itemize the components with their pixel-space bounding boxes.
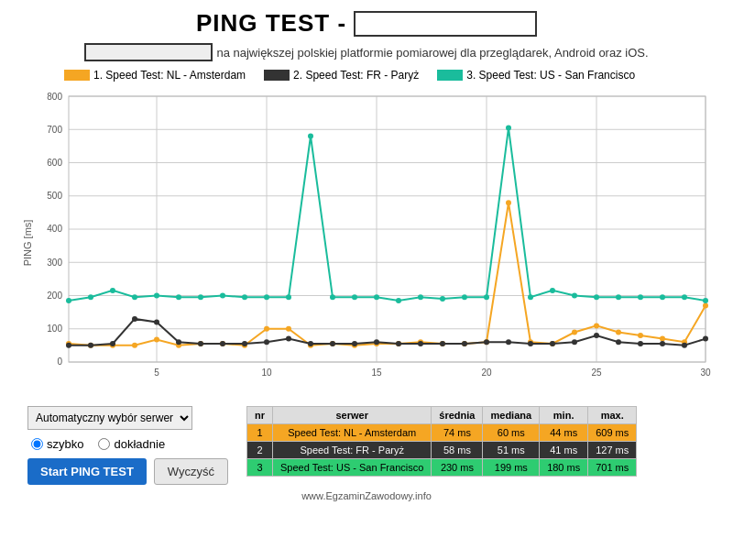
dot-nl xyxy=(132,343,137,348)
svg-text:800: 800 xyxy=(47,92,62,102)
legend-item-us: 3. Speed Test: US - San Francisco xyxy=(437,69,635,82)
dot-nl xyxy=(154,337,159,343)
legend-label-nl: 1. Speed Test: NL - Amsterdam xyxy=(93,69,246,82)
dot-us xyxy=(198,294,203,300)
dot-nl xyxy=(286,326,291,332)
dot-us xyxy=(528,294,533,300)
chart-container: 1. Speed Test: NL - Amsterdam 2. Speed T… xyxy=(18,69,715,399)
dot-fr xyxy=(198,341,203,346)
table-row-fr: 2 Speed Test: FR - Paryż 58 ms 51 ms 41 … xyxy=(247,442,637,459)
svg-text:PING [ms]: PING [ms] xyxy=(22,220,33,267)
series-us-line xyxy=(69,128,706,301)
svg-text:5: 5 xyxy=(154,368,159,378)
legend-color-fr xyxy=(264,70,290,81)
dot-us xyxy=(550,288,555,293)
dot-nl xyxy=(703,303,708,309)
dot-fr xyxy=(308,341,313,346)
svg-text:500: 500 xyxy=(47,191,62,201)
table-row-us: 3 Speed Test: US - San Francisco 230 ms … xyxy=(247,459,637,477)
dot-us xyxy=(594,294,599,300)
radio-szybko-label[interactable]: szybko xyxy=(31,437,83,451)
radio-dokladnie[interactable] xyxy=(98,438,110,450)
dot-fr xyxy=(440,341,445,346)
dot-fr xyxy=(572,339,577,345)
subtitle-text: na największej polskiej platformie pomia… xyxy=(216,46,648,60)
dot-fr xyxy=(703,336,708,342)
results-table: nr serwer średnia mediana min. max. 1 Sp… xyxy=(246,406,637,477)
dot-us xyxy=(330,294,335,300)
svg-text:10: 10 xyxy=(261,368,272,378)
cell-mediana-3: 199 ms xyxy=(483,459,540,477)
cell-serwer-2: Speed Test: FR - Paryż xyxy=(273,442,432,459)
legend-color-us xyxy=(437,70,463,81)
col-mediana: mediana xyxy=(483,407,540,424)
cell-nr-3: 3 xyxy=(247,459,273,477)
svg-text:15: 15 xyxy=(371,368,382,378)
svg-text:0: 0 xyxy=(57,357,62,367)
dot-us xyxy=(286,294,291,300)
cell-max-3: 701 ms xyxy=(588,459,637,477)
svg-text:200: 200 xyxy=(47,291,62,301)
server-select[interactable]: Automatyczny wybór serwera xyxy=(27,406,192,430)
col-max: max. xyxy=(588,407,637,424)
dot-us xyxy=(308,134,313,139)
dot-fr xyxy=(242,341,247,346)
dot-us xyxy=(440,296,445,302)
dot-fr xyxy=(352,341,357,346)
dot-us xyxy=(66,298,71,303)
chart-legend: 1. Speed Test: NL - Amsterdam 2. Speed T… xyxy=(18,69,715,82)
svg-text:700: 700 xyxy=(47,125,62,135)
dot-us xyxy=(110,288,115,293)
dot-fr xyxy=(330,341,335,346)
dot-us xyxy=(374,294,379,300)
radio-dokladnie-text: dokładnie xyxy=(114,437,165,451)
subtitle-row: na największej polskiej platformie pomia… xyxy=(18,43,715,61)
col-nr: nr xyxy=(247,407,273,424)
dot-us xyxy=(132,294,137,300)
page-wrapper: PING TEST - na największej polskiej plat… xyxy=(0,0,733,511)
col-srednia: średnia xyxy=(432,407,483,424)
chart-area: PING [ms] 0 100 200 300 400 500 600 xyxy=(18,87,715,399)
clear-button[interactable]: Wyczyść xyxy=(154,458,228,485)
dot-fr xyxy=(110,341,115,346)
page-title: PING TEST - xyxy=(196,9,346,38)
radio-dokladnie-label[interactable]: dokładnie xyxy=(98,437,165,451)
dot-fr xyxy=(286,336,291,342)
svg-text:100: 100 xyxy=(47,324,62,334)
cell-max-2: 127 ms xyxy=(588,442,637,459)
dot-us xyxy=(418,294,423,300)
cell-serwer-1: Speed Test: NL - Amsterdam xyxy=(273,424,432,442)
cell-mediana-1: 60 ms xyxy=(483,424,540,442)
legend-label-us: 3. Speed Test: US - San Francisco xyxy=(466,69,635,82)
cell-srednia-1: 74 ms xyxy=(432,424,483,442)
dot-us xyxy=(682,294,687,300)
start-button[interactable]: Start PING TEST xyxy=(27,458,147,485)
dot-us xyxy=(638,294,643,300)
cell-mediana-2: 51 ms xyxy=(483,442,540,459)
legend-label-fr: 2. Speed Test: FR - Paryż xyxy=(293,69,419,82)
col-min: min. xyxy=(540,407,588,424)
svg-text:30: 30 xyxy=(700,368,711,378)
bottom-section: Automatyczny wybór serwera szybko dokład… xyxy=(18,406,715,485)
dot-fr xyxy=(132,316,137,322)
dot-us xyxy=(462,294,467,300)
dot-fr xyxy=(616,339,621,345)
footer-text: www.EgzaminZawodowy.info xyxy=(301,490,432,501)
server-select-row: Automatyczny wybór serwera xyxy=(27,406,228,430)
dot-fr xyxy=(462,341,467,346)
dot-fr xyxy=(176,339,181,345)
dot-fr xyxy=(550,341,555,346)
subtitle-input xyxy=(84,43,213,61)
dot-us xyxy=(352,294,357,300)
dot-us xyxy=(88,294,93,300)
cell-max-1: 609 ms xyxy=(588,424,637,442)
dot-nl xyxy=(660,335,665,341)
dot-us xyxy=(572,293,577,299)
title-input[interactable] xyxy=(354,11,537,37)
dot-us xyxy=(154,293,159,299)
dot-fr xyxy=(418,341,423,346)
footer: www.EgzaminZawodowy.info xyxy=(18,490,715,501)
dot-fr xyxy=(638,341,643,346)
radio-szybko[interactable] xyxy=(31,438,43,450)
legend-item-nl: 1. Speed Test: NL - Amsterdam xyxy=(64,69,246,82)
